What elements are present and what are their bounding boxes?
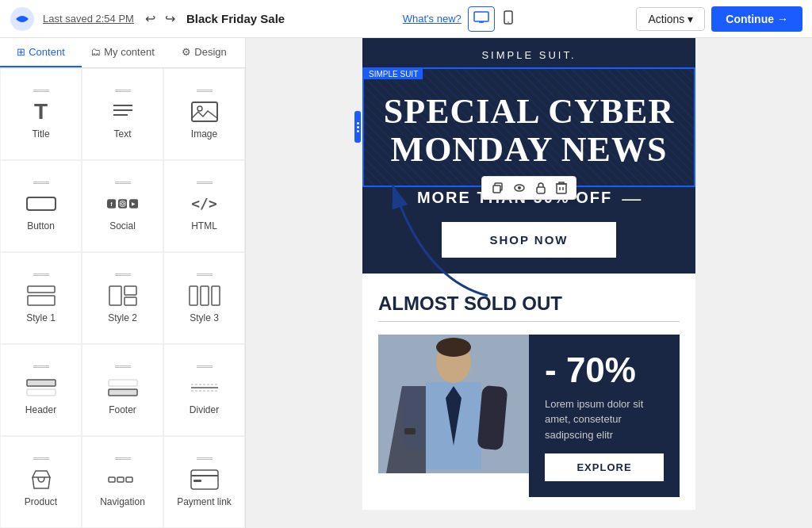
svg-rect-29	[109, 380, 137, 386]
svg-rect-34	[109, 477, 115, 482]
product-image	[378, 335, 529, 473]
svg-rect-9	[192, 102, 217, 121]
drag-handle-image	[197, 90, 213, 92]
almost-sold-out-section: ALMOST SOLD OUT	[362, 274, 695, 511]
drag-handle-title	[33, 90, 49, 92]
topbar-right: Actions ▾ Continue →	[636, 6, 802, 32]
actions-button[interactable]: Actions ▾	[636, 7, 705, 31]
svg-rect-27	[27, 380, 56, 386]
sidebar-item-footer[interactable]: Footer	[82, 344, 163, 436]
payment-icon	[189, 468, 220, 492]
block-toolbar	[481, 176, 576, 200]
discount-dash: —	[622, 187, 641, 209]
tab-design[interactable]: ⚙ Design	[163, 38, 245, 67]
sidebar-item-navigation[interactable]: Navigation	[82, 436, 163, 528]
topbar: Last saved 2:54 PM ↩ ↪ Black Friday Sale…	[0, 0, 812, 38]
shop-now-button[interactable]: SHOP NOW	[442, 222, 615, 258]
saved-status[interactable]: Last saved 2:54 PM	[43, 13, 134, 25]
continue-button[interactable]: Continue →	[711, 6, 802, 32]
style3-icon	[189, 284, 220, 308]
design-tab-icon: ⚙	[182, 46, 191, 58]
drag-handle-footer	[115, 365, 131, 368]
divider-icon	[189, 376, 220, 400]
block-type-label: SIMPLE SUIT	[364, 69, 423, 79]
drag-handle-header	[33, 365, 49, 368]
canvas-area: SIMPLE SUIT. SIMPLE SUIT SPECIAL CYBER M…	[246, 38, 812, 528]
hero-heading: SPECIAL CYBER MONDAY NEWS	[380, 93, 678, 170]
duplicate-button[interactable]	[487, 179, 508, 197]
footer-icon	[107, 376, 139, 400]
my-content-tab-icon: 🗂	[90, 46, 101, 58]
style1-icon	[25, 284, 57, 308]
desktop-view-button[interactable]	[468, 6, 495, 32]
explore-button[interactable]: EXPLORE	[545, 453, 664, 481]
drag-handle-style3	[197, 274, 213, 276]
svg-rect-26	[212, 286, 220, 305]
product-photo-placeholder	[378, 335, 529, 473]
sidebar-item-divider[interactable]: Divider	[163, 344, 245, 436]
drag-handle-divider	[197, 365, 213, 368]
svg-rect-39	[193, 480, 201, 482]
redo-button[interactable]: ↪	[162, 8, 178, 29]
sidebar: ⊞ Content 🗂 My content ⚙ Design T Title	[0, 38, 246, 528]
text-icon	[107, 100, 139, 124]
drag-handle-style1	[33, 274, 49, 276]
sidebar-item-text[interactable]: Text	[82, 68, 163, 160]
svg-point-5	[508, 21, 509, 23]
drag-handle-style2	[115, 274, 131, 276]
sidebar-item-social[interactable]: f ▶ Social	[82, 160, 163, 252]
button-icon	[25, 192, 57, 216]
sidebar-item-style1[interactable]: Style 1	[0, 252, 82, 344]
drag-handle-social	[115, 182, 131, 184]
svg-rect-22	[124, 286, 136, 295]
sidebar-item-html[interactable]: </> HTML	[163, 160, 245, 252]
tab-my-content[interactable]: 🗂 My content	[82, 38, 163, 67]
svg-rect-21	[109, 286, 121, 305]
sidebar-item-title[interactable]: T Title	[0, 68, 82, 160]
topbar-left: Last saved 2:54 PM ↩ ↪ Black Friday Sale	[10, 6, 285, 32]
sidebar-item-style3[interactable]: Style 3	[163, 252, 245, 344]
continue-arrow-icon: →	[777, 13, 788, 25]
app-logo-icon	[10, 6, 35, 32]
svg-point-56	[436, 338, 471, 357]
sidebar-item-payment[interactable]: Payment link	[163, 436, 245, 528]
product-grid: - 70% Lorem ipsum dolor sit amet, conset…	[378, 335, 680, 498]
email-brand-header: SIMPLE SUIT.	[362, 38, 695, 67]
almost-sold-out-title: ALMOST SOLD OUT	[378, 293, 680, 315]
mobile-view-button[interactable]	[498, 6, 519, 32]
sidebar-item-style2[interactable]: Style 2	[82, 252, 163, 344]
svg-rect-24	[190, 286, 197, 305]
product-icon	[25, 468, 57, 492]
sidebar-item-image[interactable]: Image	[163, 68, 245, 160]
lock-button[interactable]	[531, 179, 550, 197]
sidebar-item-header[interactable]: Header	[0, 344, 82, 436]
content-tab-icon: ⊞	[17, 46, 25, 58]
svg-rect-14	[118, 199, 127, 208]
svg-rect-35	[117, 477, 124, 482]
hero-block-inner: SPECIAL CYBER MONDAY NEWS	[364, 69, 694, 186]
title-icon: T	[25, 100, 57, 124]
discount-section: MORE THAN 50% OFF — SHOP NOW	[362, 187, 695, 274]
style2-icon	[107, 284, 139, 308]
hero-block[interactable]: SIMPLE SUIT SPECIAL CYBER MONDAY NEWS	[362, 67, 695, 187]
big-discount-text: - 70%	[545, 350, 664, 390]
selected-block-wrapper: SIMPLE SUIT SPECIAL CYBER MONDAY NEWS	[362, 67, 695, 187]
svg-rect-30	[109, 389, 137, 396]
eye-icon	[513, 182, 526, 194]
main-layout: ⊞ Content 🗂 My content ⚙ Design T Title	[0, 38, 812, 528]
svg-rect-20	[28, 296, 55, 305]
delete-button[interactable]	[552, 179, 571, 197]
tab-content[interactable]: ⊞ Content	[0, 38, 82, 67]
topbar-center: What's new?	[403, 6, 519, 32]
sidebar-item-product[interactable]: Product	[0, 436, 82, 528]
whats-new-link[interactable]: What's new?	[403, 13, 462, 25]
duplicate-icon	[491, 182, 504, 194]
visibility-toggle-button[interactable]	[509, 179, 530, 197]
drag-handle-text	[115, 90, 131, 92]
drag-handle-navigation	[115, 457, 131, 460]
undo-button[interactable]: ↩	[142, 8, 159, 29]
sidebar-item-button[interactable]: Button	[0, 160, 82, 252]
product-image-placeholder	[378, 335, 529, 473]
left-drag-handle[interactable]	[354, 111, 361, 143]
svg-rect-28	[27, 389, 56, 396]
